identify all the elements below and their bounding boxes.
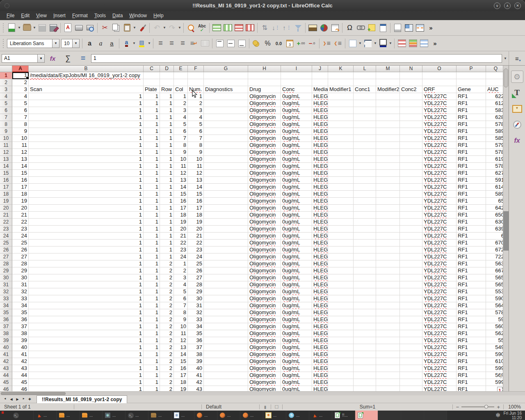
- cell-Q11[interactable]: 579: [486, 142, 503, 149]
- cell-B22[interactable]: 1: [29, 219, 144, 226]
- cell-L21[interactable]: [354, 212, 376, 219]
- row-header-18[interactable]: 18: [0, 191, 12, 198]
- cell-F18[interactable]: 15: [188, 191, 204, 198]
- cell-Q15[interactable]: 627: [486, 170, 503, 177]
- cell-B20[interactable]: 1: [29, 205, 144, 212]
- cell-F39[interactable]: 36: [188, 337, 204, 344]
- cell-K4[interactable]: [328, 93, 354, 100]
- cell-N2[interactable]: [400, 79, 422, 86]
- cell-I20[interactable]: 0ug/mL: [281, 205, 312, 212]
- taskbar-item-terminal[interactable]: [11, 411, 34, 420]
- cell-D45[interactable]: 2: [160, 379, 174, 386]
- row-header-39[interactable]: 39: [0, 337, 12, 344]
- cell-A6[interactable]: 6: [12, 107, 29, 114]
- cell-B35[interactable]: 1: [29, 309, 144, 316]
- cell-A32[interactable]: 32: [12, 288, 29, 295]
- cell-G5[interactable]: [204, 100, 248, 107]
- cell-M5[interactable]: [376, 100, 400, 107]
- cell-I9[interactable]: 0ug/mL: [281, 128, 312, 135]
- cell-K14[interactable]: [328, 163, 354, 170]
- cell-G27[interactable]: [204, 253, 248, 260]
- cell-B21[interactable]: 1: [29, 212, 144, 219]
- special-character-icon[interactable]: [344, 23, 355, 33]
- cell-A42[interactable]: 42: [12, 358, 29, 365]
- cell-H34[interactable]: Oligomycin: [248, 302, 281, 309]
- cell-I5[interactable]: 0ug/mL: [281, 100, 312, 107]
- cell-F19[interactable]: 16: [188, 198, 204, 205]
- cell-E5[interactable]: 2: [174, 100, 188, 107]
- cell-K17[interactable]: [328, 184, 354, 191]
- cell-E3[interactable]: Col: [174, 86, 188, 93]
- cell-M42[interactable]: [376, 358, 400, 365]
- cell-I33[interactable]: 0ug/mL: [281, 295, 312, 302]
- cell-N13[interactable]: [400, 156, 422, 163]
- cell-M16[interactable]: [376, 177, 400, 184]
- collapse-sidebar-arrow-icon[interactable]: [500, 374, 503, 379]
- align-center-icon[interactable]: [166, 38, 177, 49]
- cell-G7[interactable]: [204, 114, 248, 121]
- cell-A20[interactable]: 20: [12, 205, 29, 212]
- cell-N11[interactable]: [400, 142, 422, 149]
- cell-F13[interactable]: 10: [188, 156, 204, 163]
- cell-J37[interactable]: HLEG: [312, 323, 328, 330]
- cell-I13[interactable]: 0ug/mL: [281, 156, 312, 163]
- cell-Q32[interactable]: 553: [486, 288, 503, 295]
- cell-N22[interactable]: [400, 219, 422, 226]
- cell-E46[interactable]: 19: [174, 386, 188, 391]
- cell-N36[interactable]: [400, 316, 422, 323]
- zoom-level[interactable]: 100%: [504, 404, 525, 410]
- row-header-13[interactable]: 13: [0, 156, 12, 163]
- cell-Q2[interactable]: [486, 79, 503, 86]
- borders-icon[interactable]: [347, 38, 358, 49]
- cell-C3[interactable]: Plate: [144, 86, 160, 93]
- cell-Q43[interactable]: 599: [486, 365, 503, 372]
- cell-H5[interactable]: Oligomycin: [248, 100, 281, 107]
- cell-A17[interactable]: 17: [12, 184, 29, 191]
- cell-M25[interactable]: [376, 240, 400, 247]
- cell-C18[interactable]: 1: [144, 191, 160, 198]
- cell-P30[interactable]: RF1: [457, 274, 486, 281]
- close-button[interactable]: ✕: [514, 2, 521, 9]
- cell-G25[interactable]: [204, 240, 248, 247]
- cell-P5[interactable]: RF1: [457, 100, 486, 107]
- cell-D14[interactable]: 1: [160, 163, 174, 170]
- cell-D12[interactable]: 1: [160, 149, 174, 156]
- cell-E2[interactable]: [174, 79, 188, 86]
- cell-N24[interactable]: [400, 233, 422, 240]
- cell-N23[interactable]: [400, 226, 422, 233]
- cell-H16[interactable]: Oligomycin: [248, 177, 281, 184]
- cell-A14[interactable]: 14: [12, 163, 29, 170]
- cell-D24[interactable]: 1: [160, 233, 174, 240]
- cell-J17[interactable]: HLEG: [312, 184, 328, 191]
- cell-H29[interactable]: Oligomycin: [248, 267, 281, 274]
- cell-C39[interactable]: 1: [144, 337, 160, 344]
- cell-L17[interactable]: [354, 184, 376, 191]
- cell-C23[interactable]: 1: [144, 226, 160, 233]
- cell-F24[interactable]: 21: [188, 233, 204, 240]
- cell-H39[interactable]: Oligomycin: [248, 337, 281, 344]
- indent-increase-icon[interactable]: [321, 38, 332, 49]
- cell-D39[interactable]: 2: [160, 337, 174, 344]
- cell-M18[interactable]: [376, 191, 400, 198]
- cell-F33[interactable]: 30: [188, 295, 204, 302]
- cell-D2[interactable]: [160, 79, 174, 86]
- column-header-L[interactable]: L: [354, 66, 376, 72]
- row-header-25[interactable]: 25: [0, 240, 12, 247]
- cell-N15[interactable]: [400, 170, 422, 177]
- cell-O23[interactable]: YDL227C: [422, 226, 457, 233]
- print-area-icon[interactable]: [392, 23, 403, 33]
- cell-I8[interactable]: 0ug/mL: [281, 121, 312, 128]
- cell-K31[interactable]: [328, 281, 354, 288]
- cell-Q5[interactable]: 612: [486, 100, 503, 107]
- cell-C11[interactable]: 1: [144, 142, 160, 149]
- cell-O38[interactable]: YDL227C: [422, 330, 457, 337]
- row-header-7[interactable]: 7: [0, 114, 12, 121]
- cell-N4[interactable]: [400, 93, 422, 100]
- cell-D46[interactable]: 2: [160, 386, 174, 391]
- cell-G21[interactable]: [204, 212, 248, 219]
- cell-K30[interactable]: [328, 274, 354, 281]
- cell-E20[interactable]: 17: [174, 205, 188, 212]
- cell-K43[interactable]: [328, 365, 354, 372]
- cell-I25[interactable]: 0ug/mL: [281, 240, 312, 247]
- cell-O46[interactable]: YDL227C: [422, 386, 457, 391]
